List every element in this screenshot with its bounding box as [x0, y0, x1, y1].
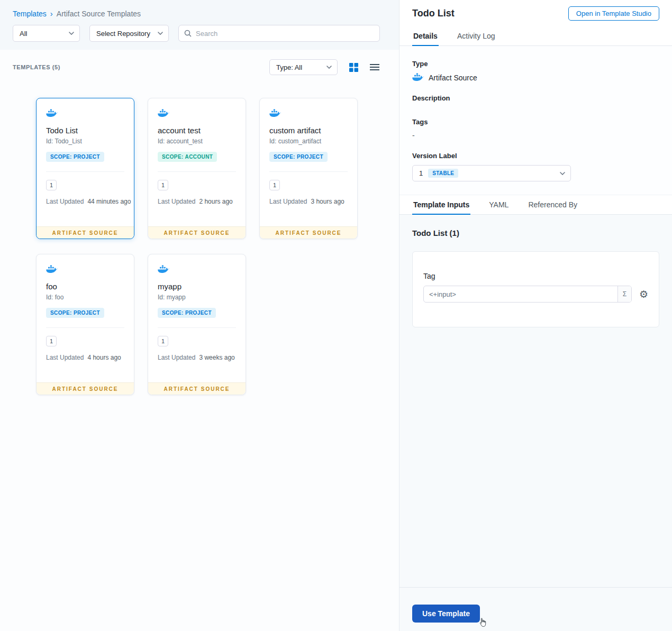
divider [158, 171, 236, 172]
last-updated-value: 2 hours ago [199, 198, 232, 205]
card-id: Id: Todo_List [46, 138, 124, 145]
docker-icon [412, 73, 424, 82]
type-filter-dropdown[interactable]: Type: All [269, 59, 338, 75]
template-type-footer: ARTIFACT SOURCE [37, 382, 134, 395]
details-title: Todo List [412, 8, 455, 19]
action-bar: Use Template [399, 587, 672, 631]
tab-yaml[interactable]: YAML [488, 195, 510, 215]
template-list-pane: Templates › Artifact Source Templates Al… [0, 0, 399, 631]
last-updated-label: Last Updated [46, 198, 84, 205]
template-type-footer: ARTIFACT SOURCE [148, 226, 246, 239]
inputs-form-card: Tag Σ ⚙ [412, 251, 659, 327]
stable-badge: STABLE [428, 169, 458, 178]
scope-filter-value: All [20, 30, 27, 38]
divider [158, 327, 236, 328]
tab-details[interactable]: Details [412, 26, 439, 46]
gear-icon[interactable]: ⚙ [639, 289, 648, 299]
chevron-down-icon [158, 32, 163, 35]
last-updated-value: 3 hours ago [311, 198, 344, 205]
version-count-box: 1 [158, 180, 168, 190]
repository-filter-dropdown[interactable]: Select Repository [89, 25, 169, 42]
last-updated-value: 3 weeks ago [199, 354, 234, 361]
card-id: Id: myapp [158, 294, 236, 301]
tab-activity-log[interactable]: Activity Log [456, 26, 496, 46]
version-label: Version Label [412, 152, 659, 160]
last-updated-label: Last Updated [46, 354, 84, 361]
type-filter-value: Type: All [276, 63, 302, 71]
template-card-todo-list[interactable]: Todo List Id: Todo_List SCOPE: PROJECT 1… [36, 98, 134, 239]
version-dropdown[interactable]: 1 STABLE [412, 165, 571, 181]
template-details-pane: Todo List Open in Template Studio Detail… [399, 0, 672, 631]
tags-label: Tags [412, 118, 659, 126]
description-label: Description [412, 94, 659, 102]
docker-icon [158, 265, 169, 274]
tab-referenced-by[interactable]: Referenced By [527, 195, 578, 215]
filter-row: All Select Repository [13, 25, 386, 42]
docker-icon [269, 109, 281, 118]
template-card-account-test[interactable]: account test Id: account_test SCOPE: ACC… [148, 98, 246, 239]
chevron-down-icon [326, 66, 332, 69]
search-box [178, 25, 380, 42]
card-id: Id: account_test [158, 138, 236, 145]
last-updated-value: 4 hours ago [87, 354, 121, 361]
divider [46, 327, 124, 328]
chevron-down-icon [560, 172, 565, 175]
template-card-foo[interactable]: foo Id: foo SCOPE: PROJECT 1 Last Update… [36, 254, 134, 395]
open-in-template-studio-button[interactable]: Open in Template Studio [568, 6, 659, 21]
last-updated-label: Last Updated [158, 198, 195, 205]
version-value: 1 [419, 169, 423, 177]
repository-filter-value: Select Repository [96, 30, 150, 38]
inputs-tabs: Template Inputs YAML Referenced By [399, 195, 672, 215]
template-type-footer: ARTIFACT SOURCE [148, 382, 246, 395]
breadcrumb-current: Artifact Source Templates [57, 10, 141, 18]
breadcrumb-separator-icon: › [50, 9, 53, 18]
tab-template-inputs[interactable]: Template Inputs [412, 195, 470, 215]
type-label: Type [412, 60, 659, 68]
card-id: Id: custom_artifact [269, 138, 348, 145]
type-value: Artifact Source [429, 74, 477, 82]
card-title: account test [158, 126, 236, 135]
docker-icon [46, 109, 58, 118]
chevron-down-icon [69, 32, 74, 35]
grid-view-icon[interactable] [349, 63, 358, 72]
use-template-button[interactable]: Use Template [412, 605, 480, 623]
divider [46, 171, 124, 172]
card-title: myapp [158, 282, 236, 291]
breadcrumb-templates-link[interactable]: Templates [13, 10, 47, 18]
scope-badge: SCOPE: PROJECT [269, 152, 328, 162]
search-icon [184, 30, 192, 37]
list-controls-row: TEMPLATES (5) Type: All [0, 50, 399, 75]
search-input[interactable] [196, 30, 374, 38]
app-window: Templates › Artifact Source Templates Al… [0, 0, 672, 631]
tag-input[interactable] [424, 286, 617, 302]
last-updated-label: Last Updated [158, 354, 195, 361]
template-card-custom-artifact[interactable]: custom artifact Id: custom_artifact SCOP… [259, 98, 358, 239]
scope-badge: SCOPE: PROJECT [46, 152, 104, 162]
last-updated-value: 44 minutes ago [87, 198, 131, 205]
scope-badge: SCOPE: PROJECT [46, 308, 104, 318]
version-count-box: 1 [46, 180, 57, 190]
card-title: Todo List [46, 126, 124, 135]
card-title: foo [46, 282, 124, 291]
version-count-box: 1 [158, 336, 168, 346]
card-id: Id: foo [46, 294, 124, 301]
template-type-footer: ARTIFACT SOURCE [37, 226, 134, 239]
scope-badge: SCOPE: ACCOUNT [158, 152, 217, 162]
card-title: custom artifact [269, 126, 348, 135]
scope-filter-dropdown[interactable]: All [13, 25, 80, 42]
template-inputs-section: Todo List (1) Tag Σ ⚙ [399, 215, 672, 587]
tag-input-wrapper: Σ [423, 286, 632, 303]
docker-icon [46, 265, 58, 274]
list-view-icon[interactable] [370, 63, 379, 71]
version-count-box: 1 [269, 180, 280, 190]
details-fields: Type Artifact Source Description Tags - … [399, 46, 672, 195]
inputs-title: Todo List (1) [412, 228, 659, 237]
breadcrumb: Templates › Artifact Source Templates [13, 9, 386, 18]
template-card-myapp[interactable]: myapp Id: myapp SCOPE: PROJECT 1 Last Up… [148, 254, 246, 395]
details-header: Todo List Open in Template Studio [399, 0, 672, 26]
list-header-bar: Templates › Artifact Source Templates Al… [0, 0, 399, 50]
expression-sigma-button[interactable]: Σ [617, 286, 631, 302]
templates-count-label: TEMPLATES (5) [13, 64, 60, 70]
details-tabs: Details Activity Log [399, 26, 672, 46]
scope-badge: SCOPE: PROJECT [158, 308, 216, 318]
